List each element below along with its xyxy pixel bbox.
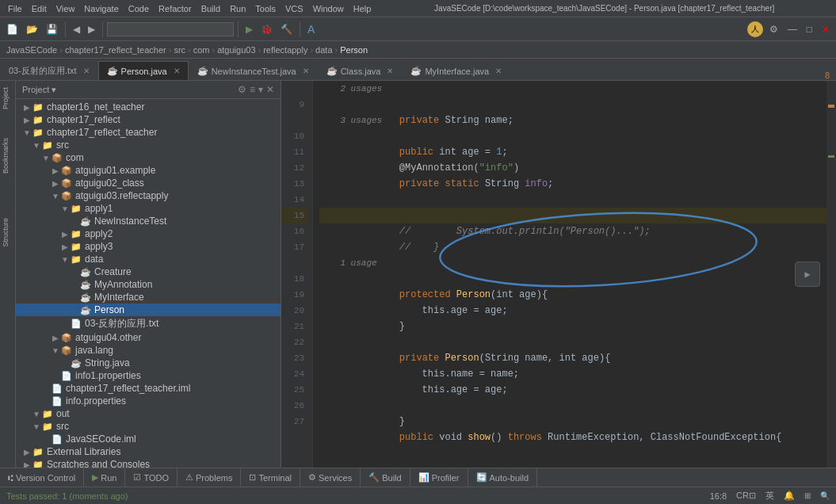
tree-item-com[interactable]: ▼ 📦 com — [16, 151, 281, 164]
menu-refactor[interactable]: Refactor — [154, 4, 197, 13]
tree-item-chapter17[interactable]: ▶ 📁 chapter17_reflect — [16, 113, 281, 126]
menu-tools[interactable]: Tools — [250, 4, 281, 13]
panel-tab-project[interactable]: Project — [0, 81, 15, 116]
tab-class[interactable]: ☕ Class.java ✕ — [318, 61, 403, 80]
tree-item-string[interactable]: ☕ String.java — [16, 357, 281, 369]
tree-item-javalang[interactable]: ▼ 📦 java.lang — [16, 344, 281, 357]
breadcrumb-item-5[interactable]: reflectapply — [263, 45, 307, 55]
menu-window[interactable]: Window — [308, 4, 349, 13]
breadcrumb-item-7[interactable]: Person — [340, 45, 368, 55]
tab-person[interactable]: ☕ Person.java ✕ — [98, 61, 189, 80]
code-area[interactable]: 2 usages private String name; 3 usages p… — [313, 81, 836, 468]
menu-run[interactable]: Run — [225, 4, 250, 13]
menu-help[interactable]: Help — [349, 4, 376, 13]
tree-item-txt[interactable]: 📄 03-反射的应用.txt — [16, 316, 281, 331]
menu-build[interactable]: Build — [197, 4, 225, 13]
bottom-tab-problems[interactable]: ⚠ Problems — [178, 468, 241, 487]
menu-code[interactable]: Code — [124, 4, 154, 13]
bottom-tab-autobuild[interactable]: 🔄 Auto-build — [468, 468, 538, 487]
breadcrumb-item-3[interactable]: com — [193, 45, 210, 55]
avatar-btn[interactable]: 人 — [747, 21, 763, 37]
menu-edit[interactable]: Edit — [27, 4, 52, 13]
tree-item-myannotation[interactable]: ☕ MyAnnotation — [16, 278, 281, 291]
build-btn[interactable]: 🔨 — [277, 22, 296, 36]
tree-item-info1[interactable]: 📄 info1.properties — [16, 369, 281, 382]
maximize-btn[interactable]: □ — [804, 22, 815, 36]
bottom-tab-todo[interactable]: ☑ TODO — [125, 468, 178, 487]
line-14: // public Person(){ — [319, 192, 830, 208]
tree-item-data[interactable]: ▼ 📁 data — [16, 253, 281, 265]
tree-item-atguigu03[interactable]: ▼ 📦 atguigu03.reflectapply — [16, 189, 281, 202]
breadcrumb-item-2[interactable]: src — [174, 45, 185, 55]
bottom-tab-services[interactable]: ⚙ Services — [300, 468, 361, 487]
breadcrumb-item-0[interactable]: JavaSECode — [6, 45, 57, 55]
folder-icon: 📁 — [70, 254, 82, 265]
arrow-src2: ▼ — [32, 422, 41, 431]
tree-item-iml[interactable]: 📄 chapter17_reflect_teacher.iml — [16, 382, 281, 395]
tree-item-out[interactable]: ▼ 📁 out — [16, 407, 281, 420]
tree-item-external[interactable]: ▶ 📁 External Libraries — [16, 445, 281, 458]
tab-class-close[interactable]: ✕ — [387, 67, 393, 75]
minimize-btn[interactable]: — — [784, 22, 800, 36]
run-btn[interactable]: ▶ — [242, 22, 256, 36]
tree-label: data — [85, 254, 103, 265]
open-btn[interactable]: 📂 — [23, 22, 41, 36]
breadcrumb-item-1[interactable]: chapter17_reflect_teacher — [65, 45, 166, 55]
tree-item-src2[interactable]: ▼ 📁 src — [16, 420, 281, 433]
back-btn[interactable]: ◀ — [70, 22, 83, 36]
menu-file[interactable]: File — [3, 4, 27, 13]
tab-myinterface-close[interactable]: ✕ — [495, 67, 502, 75]
tree-item-apply1[interactable]: ▼ 📁 apply1 — [16, 202, 281, 215]
menu-view[interactable]: View — [52, 4, 80, 13]
bottom-tab-versioncontrol[interactable]: ⑆ Version Control — [0, 468, 84, 487]
tree-item-javasecode-iml[interactable]: 📄 JavaSECode.iml — [16, 433, 281, 445]
panel-tab-bookmarks[interactable]: Bookmarks — [0, 132, 15, 180]
settings-btn[interactable]: ⚙ — [766, 22, 781, 36]
sidebar-settings-btn[interactable]: ⚙ — [238, 84, 246, 95]
tree-item-atguigu01[interactable]: ▶ 📦 atguigu01.example — [16, 164, 281, 177]
tree-item-apply2[interactable]: ▶ 📁 apply2 — [16, 227, 281, 240]
tree-item-creature[interactable]: ☕ Creature — [16, 265, 281, 278]
menu-vcs[interactable]: VCS — [281, 4, 308, 13]
tree-item-person[interactable]: ☕ Person — [16, 304, 281, 316]
tree-item-chapter16[interactable]: ▶ 📁 chapter16_net_teacher — [16, 101, 281, 113]
debug-btn[interactable]: 🐞 — [258, 22, 276, 36]
tree-item-myinterface[interactable]: ☕ MyInterface — [16, 291, 281, 304]
save-btn[interactable]: 💾 — [43, 22, 61, 36]
taskbar-search[interactable]: 🔍 — [820, 491, 830, 500]
sidebar-expand-btn[interactable]: ≡ — [250, 84, 255, 95]
tree-item-scratches[interactable]: ▶ 📁 Scratches and Consoles — [16, 458, 281, 468]
bottom-tab-build[interactable]: 🔨 Build — [361, 468, 410, 487]
tab-person-close[interactable]: ✕ — [174, 67, 180, 75]
scrollbar[interactable] — [826, 81, 836, 468]
sidebar-close-btn[interactable]: ✕ — [266, 84, 274, 95]
sidebar-collapse-btn[interactable]: ▾ — [258, 84, 263, 95]
tab-newinstance-close[interactable]: ✕ — [303, 67, 309, 75]
translate-btn[interactable]: A — [304, 21, 318, 37]
breadcrumb-item-4[interactable]: atguigu03 — [217, 45, 255, 55]
tree-item-atguigu02[interactable]: ▶ 📦 atguigu02_class — [16, 177, 281, 189]
new-file-btn[interactable]: 📄 — [3, 22, 21, 36]
bottom-tab-terminal[interactable]: ⊡ Terminal — [241, 468, 300, 487]
tree-item-newinstancetest[interactable]: ☕ NewInstanceTest — [16, 215, 281, 227]
tree-item-src[interactable]: ▼ 📁 src — [16, 139, 281, 151]
bottom-tab-run[interactable]: ▶ Run — [84, 468, 125, 487]
tab-0[interactable]: 03-反射的应用.txt ✕ — [0, 61, 98, 80]
tree-item-apply3[interactable]: ▶ 📁 apply3 — [16, 240, 281, 253]
bottom-tab-profiler[interactable]: 📊 Profiler — [410, 468, 468, 487]
close-btn[interactable]: ✕ — [819, 22, 833, 36]
tree-item-atguigu04[interactable]: ▶ 📦 atguigu04.other — [16, 331, 281, 344]
breadcrumb-item-6[interactable]: data — [315, 45, 332, 55]
tree-item-chapter17-teacher[interactable]: ▼ 📁 chapter17_reflect_teacher — [16, 126, 281, 139]
run-config-input[interactable]: NewInstanceTest.test1 — [107, 22, 234, 36]
line-15: // System.out.println("Person()..."); — [319, 208, 830, 223]
tab-0-close[interactable]: ✕ — [83, 67, 90, 75]
tab-newinstance[interactable]: ☕ NewInstanceTest.java ✕ — [189, 61, 318, 80]
tab-myinterface[interactable]: ☕ MyInterface.java ✕ — [402, 61, 510, 80]
build-icon: 🔨 — [368, 472, 380, 483]
forward-btn[interactable]: ▶ — [85, 22, 98, 36]
tree-item-infoprops[interactable]: 📄 info.properties — [16, 395, 281, 407]
play-button[interactable]: ▶ — [795, 262, 820, 287]
panel-tab-structure[interactable]: Structure — [0, 212, 15, 254]
menu-navigate[interactable]: Navigate — [79, 4, 123, 13]
